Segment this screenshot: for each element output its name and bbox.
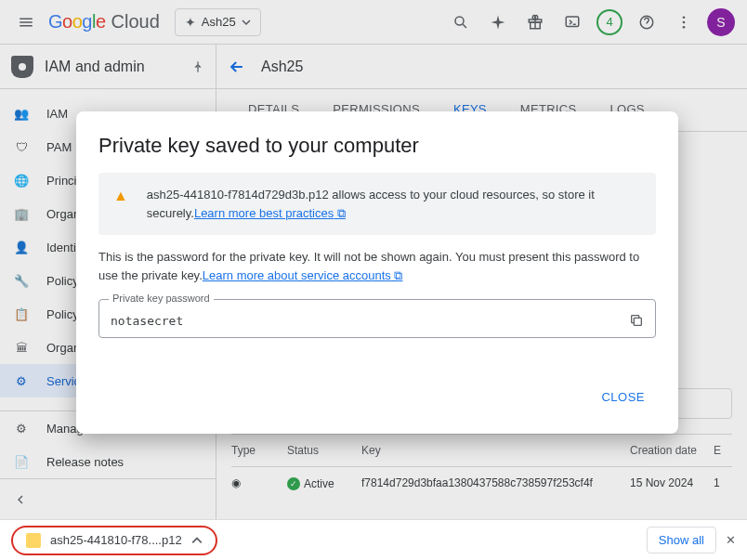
password-field: Private key password notasecret: [98, 299, 656, 338]
private-key-dialog: Private key saved to your computer ▲ ash…: [76, 111, 678, 434]
password-label: Private key password: [109, 293, 214, 304]
password-value[interactable]: notasecret: [111, 314, 629, 328]
dialog-title: Private key saved to your computer: [98, 134, 656, 158]
warning-box: ▲ ash25-441810-f7814d729d3b.p12 allows a…: [98, 173, 656, 235]
copy-icon[interactable]: [629, 313, 644, 328]
close-icon[interactable]: ✕: [726, 533, 736, 547]
warning-icon: ▲: [113, 188, 128, 204]
file-icon: [26, 533, 41, 548]
show-all-button[interactable]: Show all: [647, 527, 716, 553]
learn-more-accounts-link[interactable]: Learn more about service accounts ⧉: [203, 268, 403, 282]
download-bar: ash25-441810-f78....p12 Show all ✕: [0, 519, 747, 560]
learn-more-practices-link[interactable]: Learn more best practices ⧉: [194, 206, 346, 220]
close-button[interactable]: CLOSE: [590, 383, 656, 411]
svg-rect-8: [634, 318, 641, 325]
chevron-up-icon: [191, 535, 203, 546]
download-filename: ash25-441810-f78....p12: [50, 533, 182, 547]
download-chip[interactable]: ash25-441810-f78....p12: [11, 526, 217, 555]
